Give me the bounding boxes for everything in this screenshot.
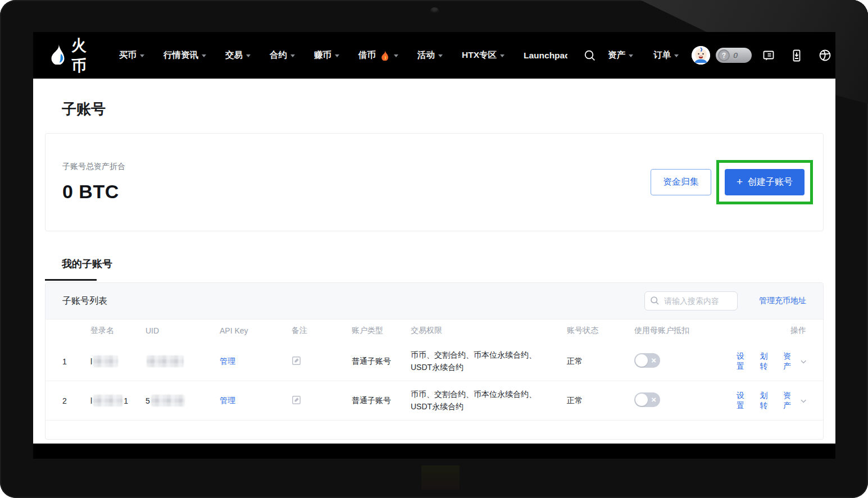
screen-bottom-bar (33, 444, 835, 459)
nav-item-label: HTX专区 (462, 49, 497, 61)
nav-item-launchpad[interactable]: Launchpad (516, 45, 575, 66)
col-deduct: 使用母账户抵扣 (634, 326, 737, 336)
table-titlebar: 子账号列表 管理充币地址 (46, 283, 823, 319)
tab-my-subaccounts[interactable]: 我的子账号 (62, 257, 112, 271)
nav-item-label: 合约 (270, 49, 287, 61)
nav-item-label: 行情资讯 (163, 49, 198, 61)
permissions-cell: 币币、交割合约、币本位永续合约、USDT永续合约 (411, 389, 567, 413)
user-avatar[interactable] (692, 46, 710, 65)
nav-item-activities[interactable]: 活动 (410, 44, 450, 67)
nav-item-label: 买币 (119, 49, 137, 61)
status-cell: 正常 (567, 357, 634, 367)
edit-note-icon[interactable] (292, 398, 301, 406)
huobi-flame-icon (49, 44, 67, 67)
manage-deposit-address-link[interactable]: 管理充币地址 (759, 296, 806, 306)
nav-item-buy-crypto[interactable]: 买币 (112, 44, 152, 67)
chevron-down-icon (140, 54, 144, 57)
table-title: 子账号列表 (62, 295, 107, 307)
plus-icon: + (737, 176, 743, 187)
nav-item-label: 资产 (608, 49, 625, 61)
login-name-cell: l 1 (90, 395, 146, 406)
search-box (644, 291, 738, 310)
chevron-down-icon (500, 54, 505, 57)
row-actions: 设置 划转 资产 (737, 391, 806, 411)
api-manage-link[interactable]: 管理 (220, 357, 235, 365)
deduct-toggle-off[interactable]: × (634, 392, 660, 407)
transfer-link[interactable]: 划转 (760, 351, 775, 372)
screen: 火币 买币 行情资讯 交易 合约 (33, 32, 835, 459)
login-prefix: l (90, 357, 92, 366)
titlebar-right: 管理充币地址 (644, 291, 806, 310)
summary-card: 子账号总资产折合 0 BTC 资金归集 + 创建子账号 (45, 133, 824, 231)
search-icon (650, 296, 660, 308)
nav-item-label: 赚币 (314, 49, 331, 61)
top-navbar: 火币 买币 行情资讯 交易 合约 (33, 32, 835, 79)
page-title: 子账号 (62, 99, 824, 119)
login-suffix: 1 (124, 396, 128, 405)
deduct-cell: × (634, 353, 737, 369)
note-cell (292, 395, 352, 406)
app-download-icon[interactable] (785, 44, 808, 67)
search-icon[interactable] (579, 45, 601, 66)
chevron-down-icon (801, 360, 806, 364)
nav-item-trade[interactable]: 交易 (218, 44, 258, 67)
edit-note-icon[interactable] (292, 358, 301, 367)
chevron-down-icon (674, 54, 679, 57)
support-chat-icon[interactable] (757, 44, 780, 67)
language-globe-icon[interactable] (814, 44, 835, 67)
row-index: 1 (62, 357, 90, 366)
active-tab-indicator (45, 279, 97, 281)
chevron-down-icon (202, 54, 206, 57)
col-account-type: 账户类型 (352, 326, 411, 336)
points-count: 0 (733, 51, 738, 60)
create-subaccount-button[interactable]: + 创建子账号 (725, 169, 805, 195)
summary-actions: 资金归集 + 创建子账号 (651, 160, 813, 204)
nav-item-label: 交易 (225, 49, 243, 61)
nav-item-label: 活动 (417, 49, 435, 61)
login-prefix: l (90, 396, 92, 405)
chevron-down-icon (290, 54, 295, 57)
summary-label: 子账号总资产折合 (62, 162, 125, 172)
table-row: 1 l 管理 (46, 342, 823, 381)
huobi-logo[interactable]: 火币 (49, 35, 87, 76)
api-key-cell: 管理 (220, 396, 292, 406)
nav-item-orders[interactable]: 订单 (646, 44, 686, 67)
col-permissions: 交易权限 (411, 326, 567, 336)
nav-item-contracts[interactable]: 合约 (262, 44, 302, 67)
chevron-down-icon (438, 54, 443, 57)
toggle-x-icon: × (651, 355, 656, 366)
nav-item-borrow[interactable]: 借币 (351, 44, 406, 67)
permissions-cell: 币币、交割合约、币本位永续合约、USDT永续合约 (411, 349, 567, 373)
nav-item-earn[interactable]: 赚币 (307, 44, 347, 67)
status-cell: 正常 (567, 396, 634, 406)
uid-prefix: 5 (146, 396, 150, 405)
col-status: 账号状态 (567, 326, 634, 336)
col-note: 备注 (292, 326, 352, 336)
bezel-brand-mark (421, 465, 460, 490)
login-name-cell: l (90, 355, 146, 367)
chevron-down-icon (246, 54, 251, 57)
monitor-frame: 火币 买币 行情资讯 交易 合约 (0, 0, 868, 498)
main-content: 子账号 子账号总资产折合 0 BTC 资金归集 + 创建子账号 (33, 79, 835, 444)
chevron-down-icon (801, 399, 806, 403)
api-manage-link[interactable]: 管理 (220, 396, 235, 405)
settings-link[interactable]: 设置 (737, 351, 752, 372)
nav-item-label: 订单 (653, 49, 671, 61)
assets-dropdown-link[interactable]: 资产 (783, 391, 806, 411)
logo-text: 火币 (71, 35, 87, 76)
deduct-toggle-off[interactable]: × (634, 353, 660, 368)
row-index: 2 (62, 396, 90, 405)
uid-cell: 5 (146, 395, 220, 406)
nav-item-htx-zone[interactable]: HTX专区 (455, 44, 512, 67)
points-badge[interactable]: ? 0 (716, 48, 752, 63)
uid-cell (146, 355, 220, 367)
nav-item-assets[interactable]: 资产 (601, 44, 640, 67)
assets-dropdown-link[interactable]: 资产 (783, 351, 806, 372)
fund-collect-button[interactable]: 资金归集 (651, 169, 711, 195)
summary-value: 0 BTC (62, 181, 125, 203)
row-actions: 设置 划转 资产 (737, 351, 806, 372)
nav-item-markets[interactable]: 行情资讯 (156, 44, 213, 67)
account-type-cell: 普通子账号 (352, 357, 411, 367)
settings-link[interactable]: 设置 (737, 391, 752, 411)
transfer-link[interactable]: 划转 (760, 391, 775, 411)
